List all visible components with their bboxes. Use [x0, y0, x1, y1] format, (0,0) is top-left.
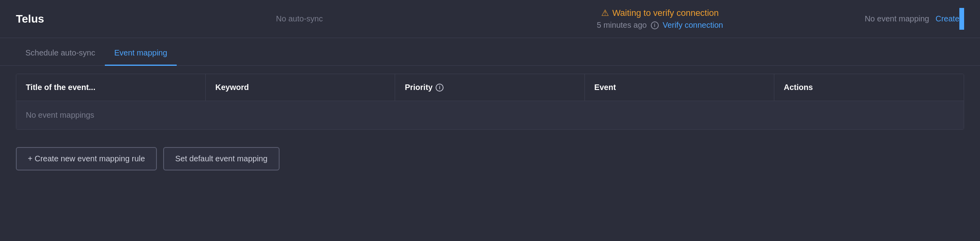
col-actions: Actions — [774, 74, 964, 101]
page-container: Telus No auto-sync ⚠ Waiting to verify c… — [0, 0, 980, 180]
action-buttons: + Create new event mapping rule Set defa… — [0, 138, 980, 180]
table-body: No event mappings — [16, 101, 964, 129]
header: Telus No auto-sync ⚠ Waiting to verify c… — [0, 0, 980, 38]
col-title: Title of the event... — [16, 74, 206, 101]
col-keyword: Keyword — [206, 74, 395, 101]
connection-status-text: Waiting to verify connection — [612, 8, 719, 18]
col-event: Event — [585, 74, 774, 101]
connection-section: ⚠ Waiting to verify connection 5 minutes… — [480, 8, 840, 30]
info-icon[interactable]: i — [651, 21, 659, 29]
event-mapping-table: Title of the event... Keyword Priority i… — [16, 74, 964, 130]
tabs-container: Schedule auto-sync Event mapping — [0, 41, 980, 66]
connection-time: 5 minutes ago — [597, 21, 647, 30]
set-default-button[interactable]: Set default event mapping — [163, 147, 279, 170]
connection-meta: 5 minutes ago i Verify connection — [597, 21, 723, 30]
auto-sync-status: No auto-sync — [119, 14, 480, 23]
page-title: Telus — [16, 13, 119, 25]
verify-connection-link[interactable]: Verify connection — [663, 21, 723, 30]
tab-event-mapping[interactable]: Event mapping — [105, 41, 177, 66]
create-event-link[interactable]: Create — [936, 14, 959, 23]
event-mapping-header: No event mapping Create — [840, 14, 959, 23]
no-event-mapping-label: No event mapping — [865, 14, 929, 23]
col-priority: Priority i — [395, 74, 585, 101]
priority-info-icon[interactable]: i — [436, 84, 444, 92]
create-rule-button[interactable]: + Create new event mapping rule — [16, 147, 157, 170]
table-header: Title of the event... Keyword Priority i… — [16, 74, 964, 101]
blue-accent-bar — [959, 8, 964, 30]
tab-schedule-auto-sync[interactable]: Schedule auto-sync — [16, 41, 105, 66]
empty-message: No event mappings — [16, 101, 964, 129]
warning-icon: ⚠ — [601, 8, 609, 18]
connection-status: ⚠ Waiting to verify connection — [601, 8, 719, 18]
